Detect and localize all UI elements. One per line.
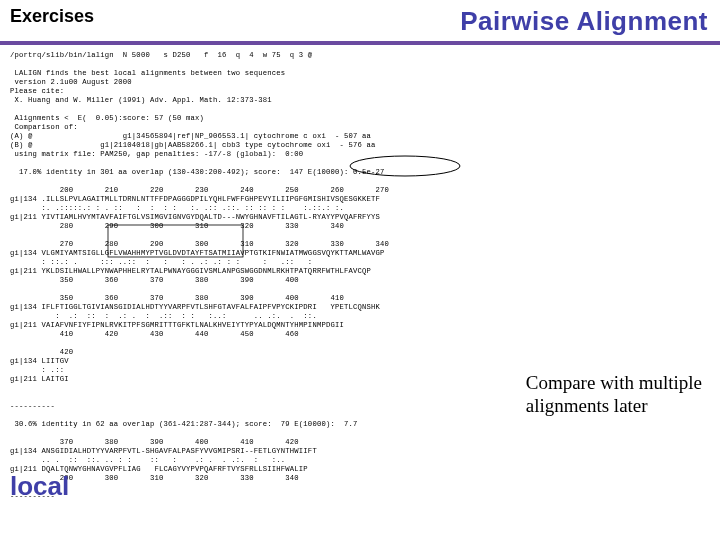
note-line-1: Compare with multiple bbox=[526, 372, 702, 393]
bottom-label: local bbox=[10, 471, 69, 502]
note-line-2: alignments later bbox=[526, 395, 648, 416]
annotation-note: Compare with multiple alignments later bbox=[526, 372, 702, 418]
right-title: Pairwise Alignment bbox=[460, 6, 708, 37]
left-title: Exercises bbox=[10, 6, 94, 27]
content-area: /portrq/slib/bin/lalign N 5000 s D250 f … bbox=[0, 45, 720, 501]
alignment-output: /portrq/slib/bin/lalign N 5000 s D250 f … bbox=[10, 51, 710, 501]
slide-header: Exercises Pairwise Alignment bbox=[0, 0, 720, 39]
